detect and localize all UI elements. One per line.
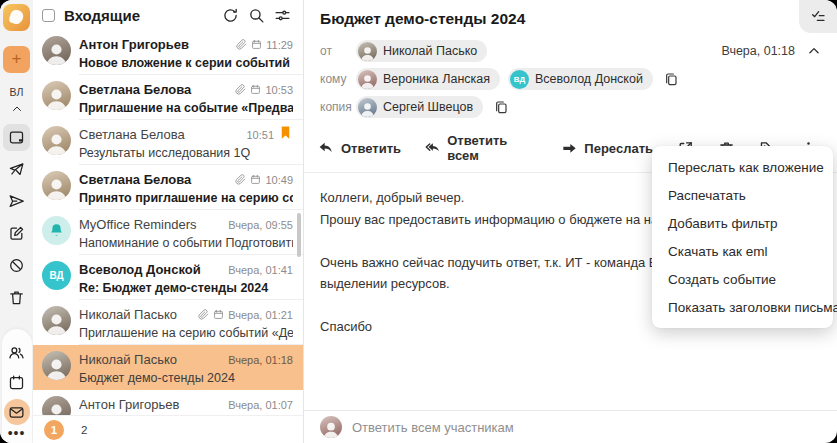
reply-all-icon — [425, 140, 440, 156]
reply-button[interactable]: Ответить — [318, 140, 401, 156]
email-subject: Приглашение на событие «Предварительно… — [79, 101, 293, 115]
menu-item-forward-as-attachment[interactable]: Переслать как вложение — [652, 153, 833, 181]
flag-bookmark-icon[interactable] — [278, 125, 293, 144]
from-chip[interactable]: Николай Пасько — [356, 40, 487, 62]
from-label: от — [320, 44, 356, 58]
tasks-checklist-button[interactable] — [799, 0, 837, 33]
more-apps-icon[interactable]: ••• — [8, 428, 26, 438]
attachment-icon — [236, 39, 247, 50]
collapse-chevron-icon[interactable] — [807, 44, 821, 58]
quick-reply-placeholder: Ответить всем участникам — [352, 420, 514, 435]
attachment-icon — [198, 309, 209, 320]
cc-chip[interactable]: Сергей Швецов — [356, 96, 483, 118]
quick-reply-bar[interactable]: Ответить всем участникам — [304, 410, 837, 443]
email-time: 10:49 — [265, 174, 293, 186]
email-row[interactable]: Светлана Белова 10:49 Принято приглашени… — [33, 165, 303, 210]
email-subject-title: Бюджет демо-стенды 2024 — [320, 10, 525, 27]
avatar — [320, 416, 342, 438]
page-1-button[interactable]: 1 — [44, 420, 64, 440]
menu-item-download-eml[interactable]: Скачать как eml — [652, 237, 833, 265]
scrollbar-thumb[interactable] — [297, 213, 301, 257]
email-subject: Напоминание о событии Подготовить отчет… — [79, 236, 293, 250]
search-icon[interactable] — [248, 7, 265, 24]
reply-all-button[interactable]: Ответить всем — [425, 133, 537, 163]
avatar: ВД — [42, 261, 71, 290]
avatar — [358, 98, 377, 117]
menu-item-print[interactable]: Распечатать — [652, 181, 833, 209]
reading-pane: Бюджет демо-стенды 2024 от Николай Паськ… — [304, 0, 837, 443]
email-row[interactable]: ВД Всеволод Донской Вчера, 01:41 Re: Бюд… — [33, 255, 303, 300]
myoffice-logo-icon[interactable] — [3, 4, 30, 31]
attachment-icon — [235, 174, 246, 185]
to-chip[interactable]: Вероника Ланская — [356, 68, 500, 90]
email-time: Вчера, 01:18 — [228, 354, 293, 366]
folder-sent-icon[interactable] — [3, 156, 30, 183]
email-sender: Светлана Белова — [79, 82, 231, 97]
menu-item-create-event[interactable]: Создать событие — [652, 265, 833, 293]
email-time: Вчера, 01:21 — [228, 309, 293, 321]
forward-button[interactable]: Переслать — [561, 140, 653, 156]
email-subject: Re: Бюджет демо-стенды 2024 — [79, 281, 293, 295]
email-row[interactable]: Светлана Белова 10:51 Результаты исследо… — [33, 120, 303, 165]
email-subject: Новое вложение к серии событий «Аналити… — [79, 56, 293, 70]
context-menu: Переслать как вложение Распечатать Добав… — [652, 146, 833, 328]
email-sender: Светлана Белова — [79, 127, 242, 142]
reminder-bell-icon — [42, 216, 71, 245]
event-icon — [250, 174, 261, 185]
folder-drafts-icon[interactable] — [3, 220, 30, 247]
to-chip[interactable]: ВД Всеволод Донской — [508, 68, 653, 90]
email-sender: Светлана Белова — [79, 172, 231, 187]
user-initials[interactable]: ВЛ — [9, 86, 23, 98]
email-sender: MyOffice Reminders — [79, 217, 224, 232]
avatar — [42, 126, 71, 155]
email-sender: Антон Григорьев — [79, 397, 224, 412]
event-icon — [251, 39, 262, 50]
pagination: 1 2 — [33, 415, 303, 443]
forward-icon — [561, 140, 577, 156]
to-label: кому — [320, 72, 356, 86]
email-time: 10:53 — [265, 84, 293, 96]
compose-plus-button[interactable]: + — [3, 46, 30, 73]
avatar — [358, 42, 377, 61]
refresh-icon[interactable] — [222, 7, 239, 24]
folder-outbox-icon[interactable] — [3, 188, 30, 215]
email-subject: Результаты исследования 1Q — [79, 146, 293, 160]
calendar-app-icon[interactable] — [3, 369, 30, 396]
avatar — [42, 351, 71, 380]
email-row[interactable]: MyOffice Reminders Вчера, 09:55 Напомина… — [33, 210, 303, 255]
email-meta: от Николай Пасько Вчера, 01:18 кому Веро… — [304, 32, 837, 126]
select-all-checkbox[interactable] — [42, 9, 55, 22]
avatar — [42, 171, 71, 200]
checklist-icon — [810, 9, 826, 25]
email-rows: Антон Григорьев 11:29 Новое вложение к с… — [33, 30, 303, 415]
folder-inbox-icon[interactable] — [3, 124, 30, 151]
email-sender: Всеволод Донской — [79, 262, 224, 277]
event-icon — [250, 84, 261, 95]
email-time: 10:51 — [246, 129, 274, 141]
email-row[interactable]: Антон Григорьев 11:29 Новое вложение к с… — [33, 30, 303, 75]
event-icon — [213, 309, 224, 320]
email-time: 11:29 — [266, 39, 293, 51]
avatar: ВД — [510, 70, 529, 89]
chevron-up-icon[interactable] — [11, 101, 23, 119]
email-time: Вчера, 01:41 — [228, 264, 293, 276]
page-2-button[interactable]: 2 — [81, 424, 87, 436]
menu-item-show-headers[interactable]: Показать заголовки письма — [652, 293, 833, 321]
menu-item-add-filter[interactable]: Добавить фильтр — [652, 209, 833, 237]
email-sender: Николай Пасько — [79, 307, 194, 322]
email-row[interactable]: Светлана Белова 10:53 Приглашение на соб… — [33, 75, 303, 120]
folder-spam-icon[interactable] — [3, 252, 30, 279]
folder-trash-icon[interactable] — [3, 284, 30, 311]
filter-settings-icon[interactable] — [274, 7, 291, 24]
email-subject: Бюджет демо-стенды 2024 — [79, 371, 293, 385]
email-row-selected[interactable]: Николай Пасько Вчера, 01:18 Бюджет демо-… — [33, 345, 303, 390]
avatar — [42, 306, 71, 335]
mail-app-icon[interactable] — [4, 399, 30, 425]
contacts-app-icon[interactable] — [3, 339, 30, 366]
copy-recipients-icon[interactable] — [493, 99, 509, 115]
email-list-panel: Входящие Антон Григорьев 11:29 Новое вло… — [33, 0, 304, 443]
copy-recipients-icon[interactable] — [663, 71, 679, 87]
email-row[interactable]: Николай Пасько Вчера, 01:21 Приглашение … — [33, 300, 303, 345]
email-row[interactable]: Антон Григорьев Вчера, 01:07 — [33, 390, 303, 415]
email-time: Вчера, 09:55 — [228, 219, 293, 231]
